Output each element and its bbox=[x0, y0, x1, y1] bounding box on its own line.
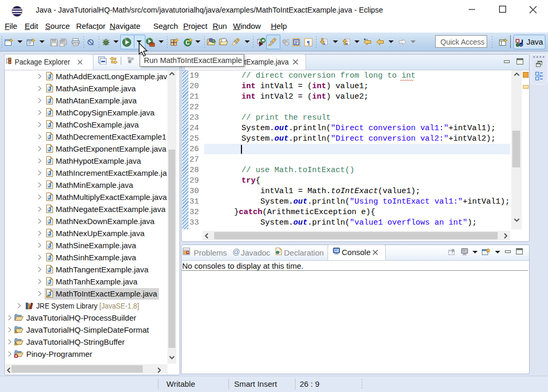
svg-text:J: J bbox=[48, 207, 51, 213]
svg-text:J: J bbox=[48, 219, 51, 225]
svg-text:J: J bbox=[48, 195, 51, 200]
svg-text:J: J bbox=[48, 279, 51, 285]
svg-text:J: J bbox=[48, 243, 51, 249]
svg-text:J: J bbox=[48, 158, 51, 164]
svg-text:J: J bbox=[48, 183, 51, 188]
svg-text:J: J bbox=[48, 255, 51, 261]
svg-text:J: J bbox=[48, 110, 51, 116]
svg-text:J: J bbox=[48, 146, 51, 152]
svg-text:¶: ¶ bbox=[307, 39, 310, 46]
svg-text:J: J bbox=[48, 171, 51, 176]
svg-text:J: J bbox=[48, 267, 51, 273]
svg-text:J: J bbox=[48, 134, 51, 140]
svg-text:J: J bbox=[48, 122, 51, 128]
svg-text:J: J bbox=[48, 231, 51, 237]
svg-text:J: J bbox=[48, 74, 51, 80]
svg-text:J: J bbox=[48, 86, 51, 92]
svg-text:J: J bbox=[48, 98, 51, 104]
